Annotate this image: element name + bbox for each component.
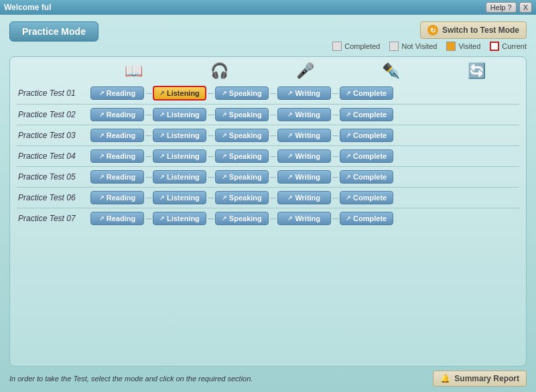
section-button-complete[interactable]: ↗Complete (340, 191, 393, 204)
section-button-reading[interactable]: ↗Reading (90, 149, 144, 163)
test-label: Practice Test 06 (17, 193, 90, 202)
section-button-listening[interactable]: ↗Listening (153, 149, 206, 163)
section-button-listening[interactable]: ↗Listening (153, 108, 206, 121)
section-btn-label: Speaking (229, 173, 262, 181)
section-dots: ····· (145, 111, 151, 119)
section-button-reading[interactable]: ↗Reading (90, 191, 144, 204)
section-dots: ····· (208, 90, 214, 97)
section-dots: ····· (332, 174, 338, 181)
test-rows-container: Practice Test 01↗Reading·····↗Listening·… (17, 82, 519, 228)
section-button-writing[interactable]: ↗Writing (277, 191, 331, 204)
window-title: Welcome ful (4, 3, 51, 12)
col-header-complete: 🔄 (433, 62, 519, 80)
section-btn-icon: ↗ (346, 194, 351, 201)
section-button-reading[interactable]: ↗Reading (90, 108, 144, 121)
section-button-writing[interactable]: ↗Writing (277, 170, 331, 184)
switch-test-mode-button[interactable]: ↻ Switch to Test Mode (420, 21, 527, 39)
test-sections: ↗Reading·····↗Listening·····↗Speaking···… (90, 212, 519, 225)
section-btn-label: Writing (295, 131, 320, 139)
section-button-speaking[interactable]: ↗Speaking (215, 86, 269, 100)
section-btn-icon: ↗ (159, 153, 165, 159)
section-button-listening[interactable]: ↗Listening (153, 191, 206, 204)
section-button-writing[interactable]: ↗Writing (277, 108, 331, 121)
test-row: Practice Test 05↗Reading·····↗Listening·… (17, 167, 519, 188)
section-button-speaking[interactable]: ↗Speaking (215, 170, 269, 184)
section-button-complete[interactable]: ↗Complete (340, 212, 393, 225)
section-dots: ····· (332, 194, 338, 202)
section-button-listening[interactable]: ↗Listening (153, 212, 206, 225)
section-dots: ····· (145, 215, 151, 222)
section-btn-label: Reading (107, 214, 135, 222)
test-label: Practice Test 07 (17, 214, 90, 223)
section-btn-icon: ↗ (222, 111, 227, 118)
test-label: Practice Test 05 (17, 172, 90, 182)
section-dots: ····· (332, 132, 338, 139)
section-button-listening[interactable]: ↗Listening (153, 86, 206, 101)
section-dots: ····· (270, 132, 276, 139)
section-btn-icon: ↗ (346, 90, 351, 96)
section-btn-label: Listening (167, 111, 200, 119)
section-button-speaking[interactable]: ↗Speaking (215, 212, 269, 225)
section-btn-label: Listening (167, 152, 200, 160)
section-btn-label: Complete (353, 214, 387, 222)
section-btn-icon: ↗ (287, 215, 293, 222)
section-dots: ····· (332, 215, 338, 222)
section-button-reading[interactable]: ↗Reading (90, 170, 144, 184)
section-btn-icon: ↗ (287, 132, 293, 139)
section-button-writing[interactable]: ↗Writing (277, 149, 331, 163)
section-button-speaking[interactable]: ↗Speaking (215, 129, 269, 142)
section-button-complete[interactable]: ↗Complete (340, 149, 393, 163)
title-bar: Welcome ful Help ? X (0, 0, 536, 15)
legend-visited: Visited (446, 42, 480, 51)
listening-icon: 🎧 (210, 62, 228, 80)
test-row: Practice Test 04↗Reading·····↗Listening·… (17, 146, 519, 167)
section-button-writing[interactable]: ↗Writing (277, 129, 331, 142)
section-button-reading[interactable]: ↗Reading (90, 212, 144, 225)
section-btn-label: Speaking (229, 194, 262, 202)
test-row: Practice Test 01↗Reading·····↗Listening·… (17, 82, 519, 105)
section-btn-label: Speaking (229, 131, 262, 139)
section-button-complete[interactable]: ↗Complete (340, 170, 393, 184)
section-btn-label: Listening (167, 131, 200, 139)
section-btn-icon: ↗ (159, 90, 165, 96)
section-btn-icon: ↗ (159, 132, 165, 139)
section-btn-label: Reading (107, 89, 135, 97)
section-button-speaking[interactable]: ↗Speaking (215, 108, 269, 121)
writing-icon: ✒️ (382, 62, 400, 80)
section-dots: ····· (270, 111, 276, 119)
title-bar-controls: Help ? X (486, 2, 532, 13)
close-button[interactable]: X (519, 2, 532, 13)
section-button-listening[interactable]: ↗Listening (153, 170, 206, 184)
section-button-speaking[interactable]: ↗Speaking (215, 149, 269, 163)
section-button-reading[interactable]: ↗Reading (90, 86, 144, 100)
test-row: Practice Test 02↗Reading·····↗Listening·… (17, 105, 519, 125)
section-button-speaking[interactable]: ↗Speaking (215, 191, 269, 204)
section-button-writing[interactable]: ↗Writing (277, 86, 331, 100)
section-button-complete[interactable]: ↗Complete (340, 86, 393, 100)
legend-completed-box (332, 42, 342, 51)
section-button-writing[interactable]: ↗Writing (277, 212, 331, 225)
section-btn-label: Reading (107, 131, 135, 139)
main-container: Practice Mode ↻ Switch to Test Mode Comp… (0, 15, 536, 392)
instruction-text: In order to take the Test, select the mo… (9, 375, 253, 383)
bottom-bar: In order to take the Test, select the mo… (9, 371, 527, 387)
section-btn-icon: ↗ (346, 111, 351, 118)
section-dots: ····· (270, 194, 276, 202)
section-btn-icon: ↗ (159, 215, 165, 222)
test-sections: ↗Reading·····↗Listening·····↗Speaking···… (90, 191, 519, 204)
section-button-reading[interactable]: ↗Reading (90, 129, 144, 142)
help-button[interactable]: Help ? (486, 2, 517, 13)
switch-icon: ↻ (427, 25, 438, 36)
summary-report-button[interactable]: 🔔 Summary Report (433, 371, 527, 387)
section-button-listening[interactable]: ↗Listening (153, 129, 206, 142)
section-button-complete[interactable]: ↗Complete (340, 129, 393, 142)
section-dots: ····· (332, 90, 338, 97)
section-button-complete[interactable]: ↗Complete (340, 108, 393, 121)
section-btn-label: Speaking (229, 152, 262, 160)
section-btn-icon: ↗ (99, 153, 105, 159)
section-btn-label: Writing (295, 152, 320, 160)
section-dots: ····· (145, 194, 151, 202)
legend-current: Current (490, 42, 527, 51)
section-btn-icon: ↗ (99, 90, 105, 96)
section-dots: ····· (208, 194, 214, 202)
